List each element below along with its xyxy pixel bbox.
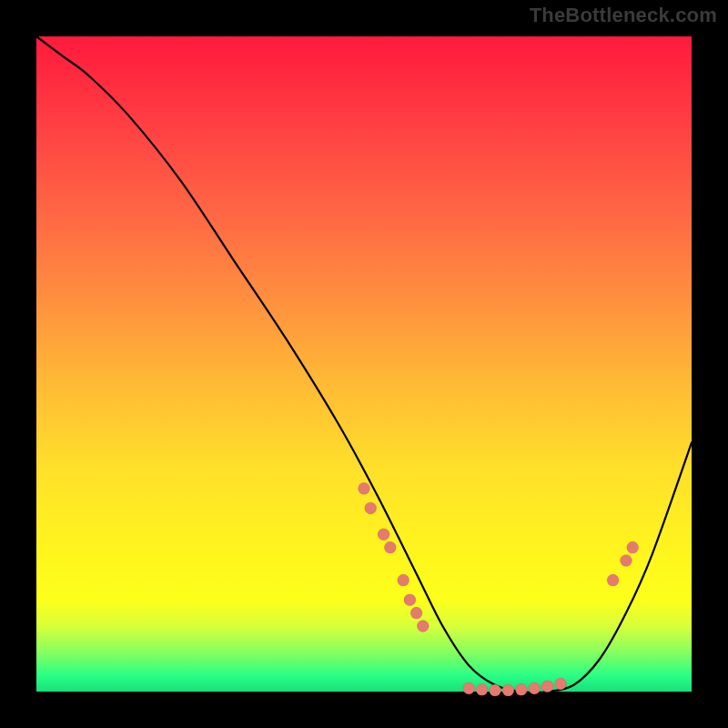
- data-point: [502, 684, 514, 696]
- data-point: [490, 684, 501, 696]
- watermark-text: TheBottleneck.com: [530, 4, 717, 27]
- data-point: [398, 574, 410, 586]
- data-point: [410, 607, 422, 619]
- data-point: [476, 683, 488, 695]
- plot-area: [36, 36, 692, 692]
- data-point: [555, 678, 567, 690]
- data-point: [359, 482, 370, 494]
- chart-frame: TheBottleneck.com: [0, 0, 728, 728]
- data-point: [515, 683, 527, 695]
- data-point: [404, 594, 416, 606]
- data-point: [627, 541, 639, 553]
- chart-svg: [36, 36, 692, 692]
- data-point: [463, 682, 475, 694]
- data-point: [365, 502, 377, 514]
- data-point: [541, 681, 553, 693]
- data-point: [378, 529, 389, 541]
- data-point: [417, 621, 429, 632]
- data-point: [607, 574, 619, 586]
- bottleneck-curve: [36, 36, 692, 693]
- data-point: [529, 682, 541, 694]
- data-point: [384, 541, 396, 553]
- data-point: [621, 555, 632, 567]
